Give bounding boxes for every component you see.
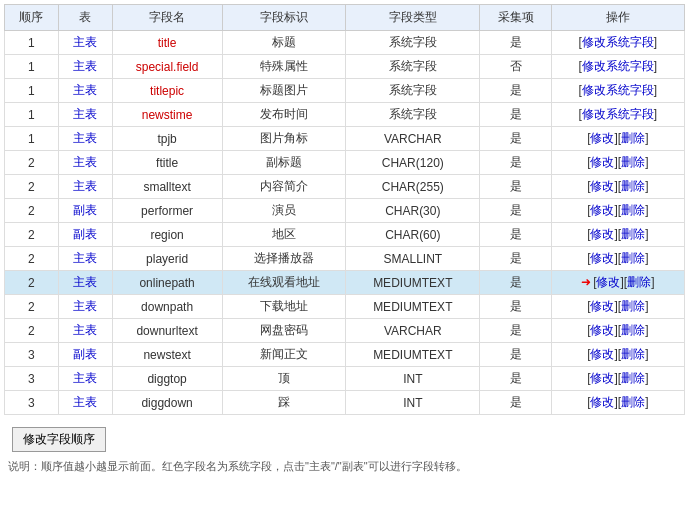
cell-actions: [修改系统字段] [551,55,684,79]
cell-table[interactable]: 主表 [58,391,112,415]
action-delete[interactable]: [删除] [618,179,649,193]
cell-table[interactable]: 主表 [58,295,112,319]
modify-link[interactable]: 修改 [590,371,614,385]
table-row: 3主表diggdown踩INT是[修改][删除] [5,391,685,415]
cell-table[interactable]: 副表 [58,199,112,223]
cell-fieldtype: INT [346,391,480,415]
delete-link[interactable]: 删除 [627,275,651,289]
cell-fieldname: diggtop [112,367,222,391]
bracket-close: ] [645,299,648,313]
cell-fieldtype: CHAR(120) [346,151,480,175]
table-row: 2主表onlinepath在线观看地址MEDIUMTEXT是➜[修改][删除] [5,271,685,295]
modify-link[interactable]: 修改系统字段 [582,35,654,49]
cell-actions: [修改][删除] [551,343,684,367]
action-delete[interactable]: [删除] [618,299,649,313]
cell-fieldname: ftitle [112,151,222,175]
delete-link[interactable]: 删除 [621,227,645,241]
action-delete[interactable]: [删除] [618,227,649,241]
action-modify[interactable]: [修改] [587,203,618,217]
cell-collect: 是 [480,223,551,247]
action-delete[interactable]: [删除] [618,251,649,265]
modify-link[interactable]: 修改 [590,323,614,337]
delete-link[interactable]: 删除 [621,203,645,217]
action-modify[interactable]: [修改] [587,323,618,337]
modify-link[interactable]: 修改系统字段 [582,107,654,121]
cell-table[interactable]: 主表 [58,271,112,295]
cell-fieldname: performer [112,199,222,223]
cell-table[interactable]: 主表 [58,31,112,55]
cell-table[interactable]: 主表 [58,151,112,175]
cell-table[interactable]: 副表 [58,343,112,367]
cell-fieldtype: MEDIUMTEXT [346,271,480,295]
bracket-close: ] [654,59,657,73]
action-modify[interactable]: [修改] [587,251,618,265]
delete-link[interactable]: 删除 [621,371,645,385]
cell-collect: 是 [480,367,551,391]
cell-table[interactable]: 主表 [58,55,112,79]
action-modify[interactable]: [修改] [587,299,618,313]
delete-link[interactable]: 删除 [621,347,645,361]
cell-table[interactable]: 主表 [58,247,112,271]
delete-link[interactable]: 删除 [621,155,645,169]
cell-collect: 是 [480,31,551,55]
delete-link[interactable]: 删除 [621,395,645,409]
action-modify[interactable]: [修改] [587,395,618,409]
modify-link[interactable]: 修改 [590,251,614,265]
action-modify[interactable]: [修改系统字段] [578,59,657,73]
modify-link[interactable]: 修改 [596,275,620,289]
cell-order: 2 [5,295,59,319]
modify-link[interactable]: 修改系统字段 [582,59,654,73]
action-delete[interactable]: [删除] [618,323,649,337]
cell-table[interactable]: 主表 [58,367,112,391]
action-delete[interactable]: [删除] [624,275,655,289]
action-modify[interactable]: [修改] [587,227,618,241]
footer-note: 说明：顺序值越小越显示前面。红色字段名为系统字段，点击"主表"/"副表"可以进行… [8,458,681,476]
modify-order-button[interactable]: 修改字段顺序 [12,427,106,452]
action-modify[interactable]: [修改] [587,131,618,145]
modify-link[interactable]: 修改 [590,227,614,241]
action-delete[interactable]: [删除] [618,347,649,361]
action-modify[interactable]: [修改] [593,275,624,289]
modify-link[interactable]: 修改 [590,347,614,361]
cell-table[interactable]: 主表 [58,103,112,127]
action-modify[interactable]: [修改系统字段] [578,35,657,49]
delete-link[interactable]: 删除 [621,299,645,313]
cell-fieldname: newstext [112,343,222,367]
action-modify[interactable]: [修改系统字段] [578,83,657,97]
cell-actions: [修改][删除] [551,223,684,247]
action-modify[interactable]: [修改] [587,371,618,385]
modify-link[interactable]: 修改 [590,203,614,217]
cell-order: 2 [5,151,59,175]
action-modify[interactable]: [修改] [587,155,618,169]
cell-fieldtype: MEDIUMTEXT [346,295,480,319]
action-modify[interactable]: [修改系统字段] [578,107,657,121]
modify-link[interactable]: 修改 [590,179,614,193]
action-delete[interactable]: [删除] [618,371,649,385]
bracket-close: ] [645,179,648,193]
cell-table[interactable]: 主表 [58,175,112,199]
action-delete[interactable]: [删除] [618,395,649,409]
action-delete[interactable]: [删除] [618,155,649,169]
table-row: 2主表downpath下载地址MEDIUMTEXT是[修改][删除] [5,295,685,319]
cell-table[interactable]: 主表 [58,79,112,103]
cell-fieldlabel: 演员 [222,199,346,223]
cell-actions: [修改系统字段] [551,103,684,127]
action-delete[interactable]: [删除] [618,131,649,145]
modify-link[interactable]: 修改系统字段 [582,83,654,97]
action-modify[interactable]: [修改] [587,347,618,361]
delete-link[interactable]: 删除 [621,179,645,193]
modify-link[interactable]: 修改 [590,131,614,145]
action-delete[interactable]: [删除] [618,203,649,217]
action-modify[interactable]: [修改] [587,179,618,193]
table-row: 3主表diggtop顶INT是[修改][删除] [5,367,685,391]
modify-link[interactable]: 修改 [590,395,614,409]
cell-table[interactable]: 副表 [58,223,112,247]
delete-link[interactable]: 删除 [621,131,645,145]
cell-table[interactable]: 主表 [58,127,112,151]
delete-link[interactable]: 删除 [621,323,645,337]
delete-link[interactable]: 删除 [621,251,645,265]
cell-table[interactable]: 主表 [58,319,112,343]
modify-link[interactable]: 修改 [590,299,614,313]
table-header-row: 顺序 表 字段名 字段标识 字段类型 采集项 操作 [5,5,685,31]
modify-link[interactable]: 修改 [590,155,614,169]
